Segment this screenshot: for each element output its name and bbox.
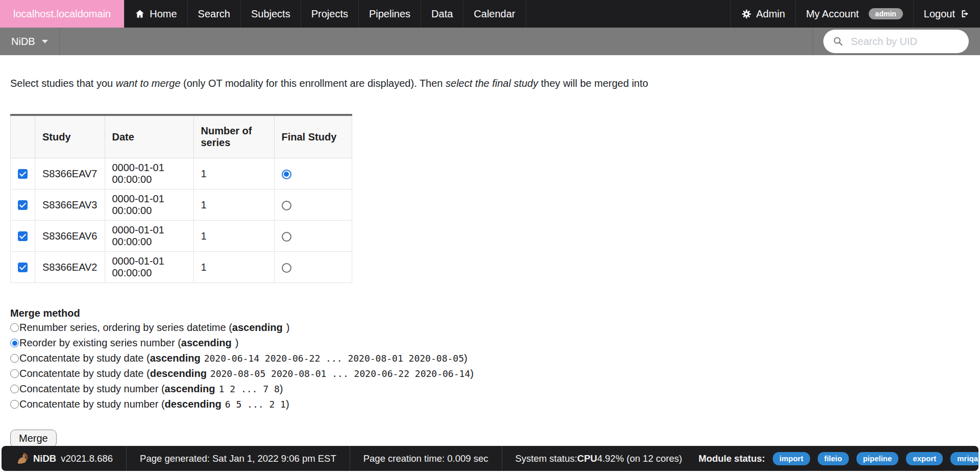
nav-item-label: Calendar xyxy=(474,8,515,20)
nav-item-subjects[interactable]: Subjects xyxy=(241,0,301,28)
footer-app-section: NiDB v2021.8.686 xyxy=(2,446,126,471)
module-status-label: Module status: xyxy=(698,453,765,464)
option-close: ) xyxy=(464,351,468,365)
module-badge-mriqa: mriqa xyxy=(950,452,978,465)
logout-icon xyxy=(960,9,970,19)
merge-option-radio[interactable] xyxy=(10,323,19,332)
admin-label: Admin xyxy=(756,8,786,20)
instruction-part: they will be merged into xyxy=(538,78,648,89)
cpu-label: CPU xyxy=(577,453,597,464)
table-row: S8366EAV7 0000-01-01 00:00:00 1 xyxy=(11,158,352,189)
nav-item-label: Subjects xyxy=(251,8,290,20)
final-study-radio[interactable] xyxy=(282,263,291,273)
instruction-italic: want to merge xyxy=(116,78,181,89)
series-cell: 1 xyxy=(193,252,274,283)
instruction-italic: select the final study xyxy=(446,78,538,89)
footer-app-name: NiDB xyxy=(33,453,56,464)
row-checkbox[interactable] xyxy=(18,169,28,179)
final-study-radio[interactable] xyxy=(282,201,291,210)
page-creation-text: Page creation time: 0.009 sec xyxy=(363,453,488,464)
option-order: ascending xyxy=(232,321,283,335)
cpu-value: 4.92% (on 12 cores) xyxy=(597,453,682,464)
option-order: ascending xyxy=(165,382,215,396)
merge-option-concat-number-asc[interactable]: Concatentate by study number (ascending1… xyxy=(10,382,970,396)
footer-page-creation-time: Page creation time: 0.009 sec xyxy=(350,446,502,471)
option-text: Renumber series, ordering by series date… xyxy=(19,321,232,335)
footer-system-status: System status:CPU4.92% (on 12 cores) xyxy=(502,446,696,471)
nav-item-projects[interactable]: Projects xyxy=(301,0,359,28)
date-cell: 0000-01-01 00:00:00 xyxy=(105,252,193,283)
merge-option-radio[interactable] xyxy=(10,385,19,393)
navbar-spacer xyxy=(526,0,730,28)
nav-item-data[interactable]: Data xyxy=(421,0,463,28)
table-row: S8366EAV3 0000-01-01 00:00:00 1 xyxy=(11,189,352,221)
nav-item-home[interactable]: Home xyxy=(124,0,187,28)
footer-version: v2021.8.686 xyxy=(61,453,113,464)
sub-navbar: NiDB xyxy=(0,28,980,55)
header-final: Final Study xyxy=(274,115,352,158)
option-close: ) xyxy=(470,367,474,381)
search-pill xyxy=(823,30,969,53)
merge-method-heading: Merge method xyxy=(10,307,970,319)
option-close: ) xyxy=(286,321,290,335)
date-cell: 0000-01-01 00:00:00 xyxy=(105,221,193,252)
nav-item-my-account[interactable]: My Account admin xyxy=(795,0,913,28)
option-text: Concatentate by study number ( xyxy=(19,397,165,411)
merge-option-renumber-datetime[interactable]: Renumber series, ordering by series date… xyxy=(10,321,970,335)
footer-page-generated: Page generated: Sat Jan 1, 2022 9:06 pm … xyxy=(126,446,350,471)
module-badge-export: export xyxy=(906,452,943,465)
account-role-badge: admin xyxy=(869,8,903,19)
nav-item-pipelines[interactable]: Pipelines xyxy=(359,0,421,28)
nav-item-calendar[interactable]: Calendar xyxy=(463,0,526,28)
home-icon xyxy=(135,9,145,19)
top-navbar: localhost.localdomain Home Search Subjec… xyxy=(0,0,980,28)
nav-item-search[interactable]: Search xyxy=(188,0,241,28)
footer-module-status: Module status: import fileio pipeline ex… xyxy=(695,446,978,471)
chevron-down-icon xyxy=(42,40,48,43)
module-badge-import: import xyxy=(773,452,810,465)
header-series: Number of series xyxy=(193,115,274,158)
study-cell: S8366EAV6 xyxy=(35,221,105,252)
date-cell: 0000-01-01 00:00:00 xyxy=(105,158,193,189)
merge-button[interactable]: Merge xyxy=(10,430,57,447)
my-account-label: My Account xyxy=(806,8,859,20)
site-name: NiDB xyxy=(11,36,35,48)
merge-option-radio[interactable] xyxy=(10,339,19,347)
nav-item-admin[interactable]: Admin xyxy=(730,0,796,28)
merge-option-radio[interactable] xyxy=(10,369,19,378)
table-header-row: Study Date Number of series Final Study xyxy=(11,115,352,158)
search-input[interactable] xyxy=(850,35,960,48)
nav-item-label: Search xyxy=(198,8,230,20)
final-study-radio[interactable] xyxy=(282,170,291,179)
merge-option-radio[interactable] xyxy=(10,354,19,363)
date-cell: 0000-01-01 00:00:00 xyxy=(105,189,193,221)
system-status-label: System status: xyxy=(516,453,577,464)
merge-option-reorder-series-number[interactable]: Reorder by existing series number (ascen… xyxy=(10,336,970,350)
merge-option-radio[interactable] xyxy=(10,400,19,409)
nav-item-logout[interactable]: Logout xyxy=(913,0,980,28)
merge-option-concat-date-desc[interactable]: Concatentate by study date (descending20… xyxy=(10,367,970,381)
series-cell: 1 xyxy=(193,189,274,221)
host-tab[interactable]: localhost.localdomain xyxy=(0,0,124,28)
merge-option-concat-number-desc[interactable]: Concatentate by study number (descending… xyxy=(10,397,970,411)
gear-icon xyxy=(741,9,752,19)
option-text: Reorder by existing series number ( xyxy=(19,336,181,350)
row-checkbox[interactable] xyxy=(18,231,28,241)
final-study-radio[interactable] xyxy=(282,232,291,242)
logout-label: Logout xyxy=(924,8,955,20)
studies-table: Study Date Number of series Final Study … xyxy=(10,114,352,283)
site-dropdown[interactable]: NiDB xyxy=(0,28,60,55)
header-checkbox-col xyxy=(11,115,35,158)
nav-item-label: Pipelines xyxy=(369,8,410,20)
option-values: 1 2 ... 7 8 xyxy=(219,382,280,396)
nav-item-label: Data xyxy=(431,8,453,20)
row-checkbox[interactable] xyxy=(18,263,28,272)
row-checkbox[interactable] xyxy=(18,200,28,210)
merge-option-concat-date-asc[interactable]: Concatentate by study date (ascending202… xyxy=(10,351,970,365)
module-badge-fileio: fileio xyxy=(818,452,849,465)
instruction-text: Select studies that you want to merge (o… xyxy=(10,78,970,89)
option-text: Concatentate by study number ( xyxy=(19,382,165,396)
header-study: Study xyxy=(35,115,105,158)
navbar-right: Admin My Account admin Logout xyxy=(730,0,980,28)
footer-statusbar: NiDB v2021.8.686 Page generated: Sat Jan… xyxy=(2,446,978,471)
